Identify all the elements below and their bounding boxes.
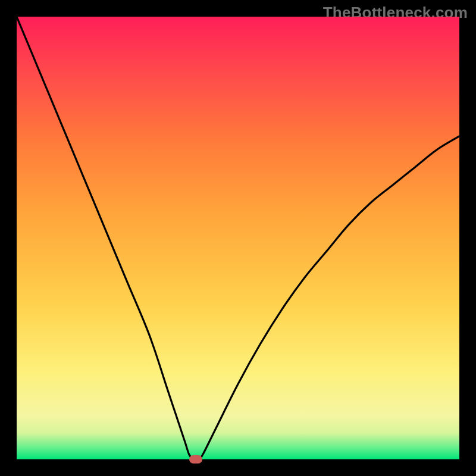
curve-svg	[17, 17, 459, 459]
curve-path	[17, 17, 459, 459]
min-marker	[189, 455, 202, 464]
chart-frame: TheBottleneck.com	[0, 0, 476, 476]
plot-area	[17, 17, 459, 459]
